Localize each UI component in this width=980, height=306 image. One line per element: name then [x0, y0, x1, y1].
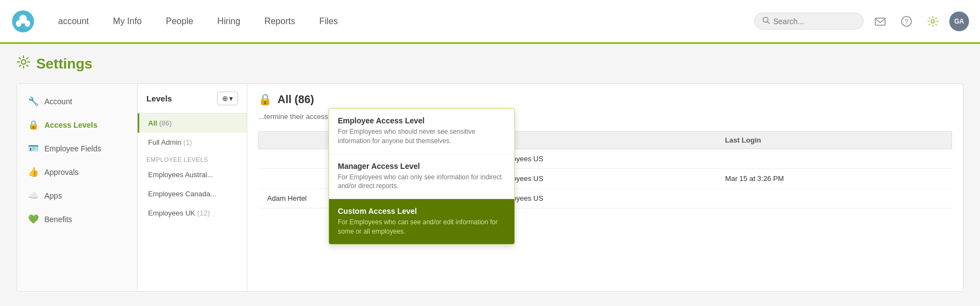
- level-all[interactable]: All (86): [138, 114, 247, 133]
- search-box[interactable]: [754, 13, 864, 30]
- levels-list: All (86) Full Admin (1) Employee Levels …: [138, 114, 247, 223]
- manager-access-desc: For Employees who can only see informati…: [338, 173, 506, 191]
- top-navigation: account My Info People Hiring Reports Fi…: [0, 0, 980, 44]
- svg-line-5: [768, 22, 770, 24]
- main-content: 🔒 All (86) ...termine their access to in…: [247, 84, 963, 291]
- nav-hiring[interactable]: Hiring: [205, 0, 252, 43]
- content-title: All (86): [277, 93, 314, 106]
- nav-files[interactable]: Files: [307, 0, 350, 43]
- employee-levels-label: Employee Levels: [138, 152, 247, 165]
- row-login-2: Mar 15 at 3:26 PM: [725, 174, 943, 183]
- levels-header: Levels ⊕ ▾: [138, 84, 247, 114]
- manager-access-title: Manager Access Level: [338, 162, 506, 171]
- svg-point-3: [25, 20, 30, 27]
- settings-sidebar: 🔧 Account 🔒 Access Levels 🪪 Employee Fie…: [17, 84, 138, 291]
- search-icon: [762, 16, 770, 26]
- settings-heading: Settings: [36, 55, 93, 72]
- wrench-icon: 🔧: [28, 96, 39, 106]
- plus-icon: ⊕: [222, 94, 228, 103]
- sidebar-label-account: Account: [44, 97, 72, 106]
- help-button[interactable]: ?: [897, 12, 916, 31]
- dropdown-option-manager-access[interactable]: Manager Access Level For Employees who c…: [329, 154, 514, 200]
- content-lock-icon: 🔒: [258, 93, 272, 106]
- avatar[interactable]: GA: [949, 12, 969, 31]
- nav-reports[interactable]: Reports: [252, 0, 307, 43]
- settings-button[interactable]: [923, 12, 943, 31]
- custom-access-title: Custom Access Level: [338, 207, 506, 216]
- sidebar-label-access-levels: Access Levels: [44, 121, 98, 129]
- nav-people[interactable]: People: [154, 0, 206, 43]
- dropdown-option-employee-access[interactable]: Employee Access Level For Employees who …: [329, 109, 514, 154]
- col-last-login: Last Login: [725, 136, 943, 144]
- row-level-2: Employees US: [496, 174, 715, 183]
- svg-rect-6: [875, 18, 885, 25]
- sidebar-label-apps: Apps: [44, 191, 62, 200]
- logo[interactable]: [11, 9, 35, 33]
- chevron-down-icon: ▾: [229, 94, 233, 103]
- row-level-1: Employees US: [496, 155, 715, 163]
- settings-page: Settings 🔧 Account 🔒 Access Levels 🪪 Emp…: [0, 44, 980, 303]
- lock-icon: 🔒: [28, 120, 39, 130]
- levels-title: Levels: [146, 94, 172, 103]
- custom-access-desc: For Employees who can see and/or edit in…: [338, 218, 506, 236]
- sidebar-item-benefits[interactable]: 💚 Benefits: [17, 207, 137, 231]
- svg-point-10: [21, 60, 26, 64]
- add-level-dropdown: Employee Access Level For Employees who …: [328, 108, 515, 245]
- nav-home[interactable]: account: [46, 0, 101, 43]
- sidebar-item-employee-fields[interactable]: 🪪 Employee Fields: [17, 137, 137, 160]
- settings-layout: 🔧 Account 🔒 Access Levels 🪪 Employee Fie…: [16, 83, 964, 292]
- sidebar-label-approvals: Approvals: [44, 168, 78, 177]
- content-area: Levels ⊕ ▾ All (86) Full Admin (1) Emplo…: [138, 84, 963, 291]
- level-employees-uk[interactable]: Employees UK (12): [138, 203, 247, 223]
- sidebar-item-approvals[interactable]: 👍 Approvals: [17, 160, 137, 184]
- id-card-icon: 🪪: [28, 143, 39, 154]
- content-header: 🔒 All (86): [258, 93, 952, 106]
- employee-access-desc: For Employees who should never see sensi…: [338, 127, 506, 146]
- nav-right: ? GA: [754, 12, 969, 31]
- sidebar-label-benefits: Benefits: [44, 215, 72, 224]
- nav-my-info[interactable]: My Info: [101, 0, 154, 43]
- svg-point-9: [931, 20, 934, 23]
- search-input[interactable]: [773, 17, 856, 26]
- employee-access-title: Employee Access Level: [338, 116, 506, 125]
- dropdown-option-custom-access[interactable]: Custom Access Level For Employees who ca…: [329, 199, 514, 244]
- levels-panel: Levels ⊕ ▾ All (86) Full Admin (1) Emplo…: [138, 84, 247, 291]
- row-level-3: Employees US: [496, 194, 715, 202]
- settings-title: Settings: [16, 55, 964, 72]
- cloud-icon: ☁️: [28, 190, 39, 201]
- level-employees-canada[interactable]: Employees Canada...: [138, 184, 247, 203]
- thumbs-up-icon: 👍: [28, 167, 39, 177]
- svg-point-2: [16, 20, 21, 27]
- level-full-admin[interactable]: Full Admin (1): [138, 133, 247, 152]
- svg-text:?: ?: [905, 18, 909, 26]
- level-employees-australia[interactable]: Employees Austral...: [138, 165, 247, 184]
- heart-icon: 💚: [28, 214, 39, 224]
- sidebar-label-employee-fields: Employee Fields: [44, 144, 101, 153]
- sidebar-item-apps[interactable]: ☁️ Apps: [17, 184, 137, 207]
- col-level: Level: [496, 136, 714, 144]
- add-level-button[interactable]: ⊕ ▾: [217, 92, 238, 105]
- settings-gear-icon: [16, 55, 31, 72]
- sidebar-item-access-levels[interactable]: 🔒 Access Levels: [17, 113, 137, 137]
- inbox-button[interactable]: [870, 12, 890, 31]
- sidebar-item-account[interactable]: 🔧 Account: [17, 89, 137, 113]
- nav-links: account My Info People Hiring Reports Fi…: [46, 0, 754, 43]
